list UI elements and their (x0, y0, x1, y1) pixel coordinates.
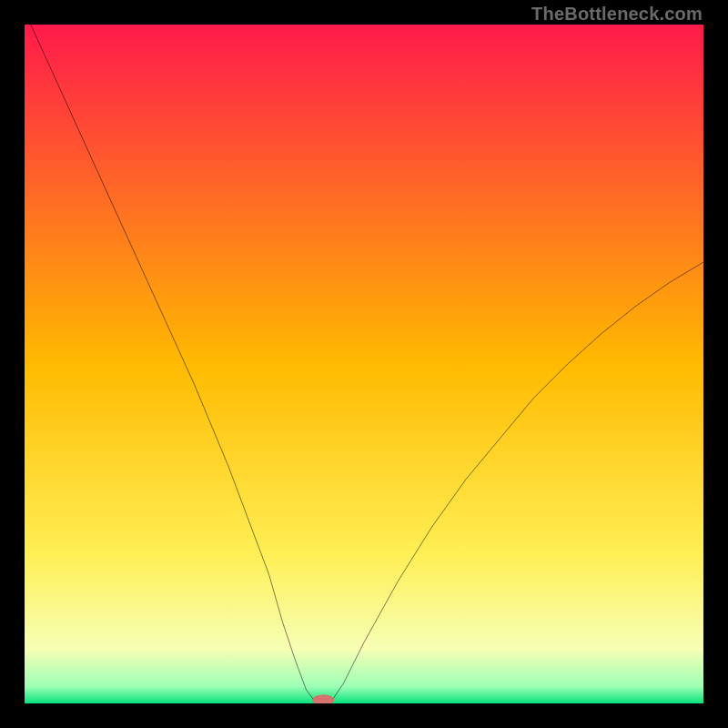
gradient-background (25, 25, 703, 703)
plot-area (25, 25, 703, 703)
chart-svg (25, 25, 703, 703)
watermark-label: TheBottleneck.com (531, 4, 703, 25)
chart-frame: TheBottleneck.com (0, 0, 728, 728)
